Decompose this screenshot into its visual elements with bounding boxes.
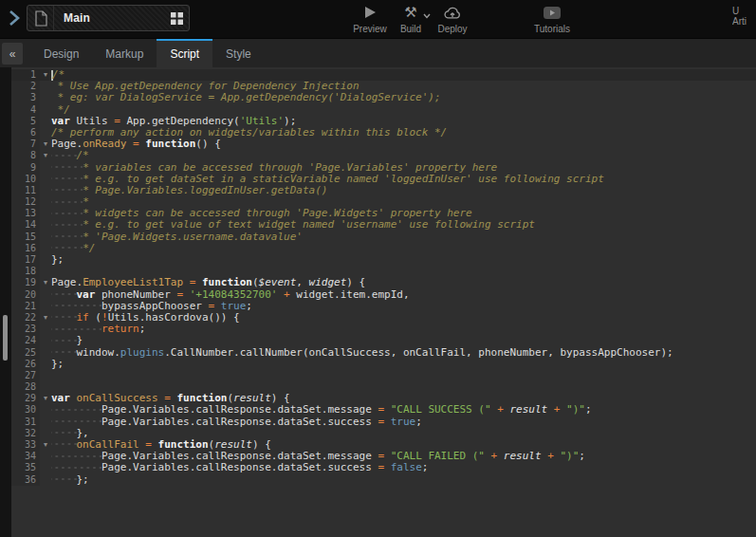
line-number: 17 [11, 254, 40, 266]
fold-spacer [40, 127, 51, 139]
line-number: 35 [11, 462, 40, 473]
fold-arrow-icon[interactable]: ▾ [40, 312, 51, 324]
code-line[interactable]: 17}; [11, 254, 756, 266]
fold-spacer [40, 185, 51, 196]
code-lines: 1▾/*2 * Use App.getDependency for Depend… [11, 67, 756, 537]
code-text: * 'Page.Widgets.username.datavalue' [51, 231, 756, 243]
pages-grid-icon[interactable] [164, 12, 189, 25]
fold-spacer [40, 404, 51, 416]
line-number: 22 [11, 312, 40, 324]
fold-spacer [40, 266, 51, 277]
deploy-label: Deploy [428, 24, 477, 34]
fold-spacer [40, 289, 51, 301]
cloud-upload-icon [428, 4, 477, 21]
fold-spacer [40, 92, 51, 103]
code-line[interactable]: 31 Page.Variables.callResponse.dataSet.s… [11, 417, 756, 428]
fold-spacer [40, 219, 51, 231]
line-number: 30 [11, 404, 40, 416]
line-number: 16 [11, 243, 40, 254]
script-editor[interactable]: 1▾/*2 * Use App.getDependency for Depend… [0, 67, 756, 537]
code-line[interactable]: 35 Page.Variables.callResponse.dataSet.s… [11, 462, 756, 473]
clipped-toolbar-label[interactable]: U Arti [732, 6, 755, 27]
fold-spacer [40, 381, 51, 393]
preview-button[interactable]: Preview [345, 4, 395, 34]
tabs: Design Markup Script Style [30, 39, 265, 67]
tab-script[interactable]: Script [157, 39, 212, 67]
code-text: Page.onReady = function() { [51, 139, 756, 150]
line-number: 18 [11, 266, 40, 277]
line-number: 25 [11, 347, 40, 359]
fold-spacer [40, 174, 51, 185]
code-text: return; [51, 324, 756, 335]
code-line[interactable]: 23 return; [11, 324, 756, 335]
line-number: 31 [11, 417, 40, 428]
code-text: }; [51, 474, 756, 486]
line-number: 23 [11, 324, 40, 335]
line-number: 29 [11, 393, 40, 404]
fold-arrow-icon[interactable]: ▾ [40, 150, 51, 161]
line-number: 1 [11, 69, 40, 81]
line-number: 24 [11, 335, 40, 346]
fold-arrow-icon[interactable]: ▾ [40, 277, 51, 288]
tutorials-button[interactable]: Tutorials [527, 4, 577, 34]
line-number: 27 [11, 370, 40, 381]
fold-arrow-icon[interactable]: ▾ [40, 139, 51, 150]
fold-spacer [40, 81, 51, 92]
build-tools-icon: ⚒ [389, 4, 433, 21]
code-text: */ [51, 243, 756, 254]
line-number: 36 [11, 474, 40, 486]
code-line[interactable]: 25 window.plugins.CallNumber.callNumber(… [11, 347, 756, 359]
code-text: Page.Variables.callResponse.dataSet.succ… [51, 417, 756, 428]
fold-spacer [40, 116, 51, 127]
line-number: 11 [11, 185, 40, 196]
line-number: 2 [11, 81, 40, 92]
code-line[interactable]: 27 [11, 370, 756, 381]
line-number: 32 [11, 428, 40, 439]
line-number: 26 [11, 359, 40, 370]
fold-spacer [40, 162, 51, 174]
tab-design[interactable]: Design [30, 39, 92, 67]
fold-spacer [40, 243, 51, 254]
top-toolbar: Main Preview ⚒ Build Deploy [0, 0, 756, 38]
code-line[interactable]: 15 * 'Page.Widgets.username.datavalue' [11, 231, 756, 243]
build-label: Build [389, 24, 433, 34]
code-line[interactable]: 16 */ [11, 243, 756, 254]
build-button[interactable]: ⚒ Build [389, 4, 433, 34]
fold-arrow-icon[interactable]: ▾ [40, 393, 51, 404]
fold-spacer [40, 104, 51, 116]
tab-markup[interactable]: Markup [92, 39, 157, 67]
expand-panel-chevron-icon[interactable] [7, 9, 22, 28]
tab-style[interactable]: Style [212, 39, 265, 67]
line-number: 7 [11, 139, 40, 150]
preview-label: Preview [345, 24, 395, 34]
line-number: 9 [11, 162, 40, 174]
code-line[interactable]: 36 }; [11, 474, 756, 486]
collapsed-left-rail [0, 67, 11, 537]
deploy-button[interactable]: Deploy [428, 4, 477, 34]
current-page-name: Main [54, 11, 164, 25]
code-text: window.plugins.CallNumber.callNumber(onC… [51, 347, 756, 359]
line-number: 15 [11, 231, 40, 243]
code-line[interactable]: 7▾Page.onReady = function() { [11, 139, 756, 150]
fold-spacer [40, 301, 51, 312]
fold-spacer [40, 254, 51, 266]
page-file-icon [28, 6, 54, 30]
fold-arrow-icon[interactable]: ▾ [40, 439, 51, 451]
page-switcher[interactable]: Main [27, 5, 190, 31]
line-number: 3 [11, 92, 40, 103]
code-text: }; [51, 254, 756, 266]
code-text: * eg: var DialogService = App.getDepende… [51, 92, 756, 103]
code-text: }; [51, 359, 756, 370]
line-number: 5 [11, 116, 40, 127]
code-line[interactable]: 11 * Page.Variables.loggedInUser.getData… [11, 185, 756, 196]
fold-arrow-icon[interactable]: ▾ [40, 69, 51, 81]
rail-scrollbar-thumb[interactable] [3, 315, 8, 361]
line-number: 4 [11, 104, 40, 116]
fold-spacer [40, 474, 51, 486]
video-tutorials-icon [527, 4, 577, 21]
code-line[interactable]: 26}; [11, 359, 756, 370]
line-number: 12 [11, 196, 40, 208]
code-line[interactable]: 3 * eg: var DialogService = App.getDepen… [11, 92, 756, 103]
studio-window: Main Preview ⚒ Build Deploy [0, 0, 756, 537]
collapse-left-icon[interactable]: « [2, 43, 23, 65]
